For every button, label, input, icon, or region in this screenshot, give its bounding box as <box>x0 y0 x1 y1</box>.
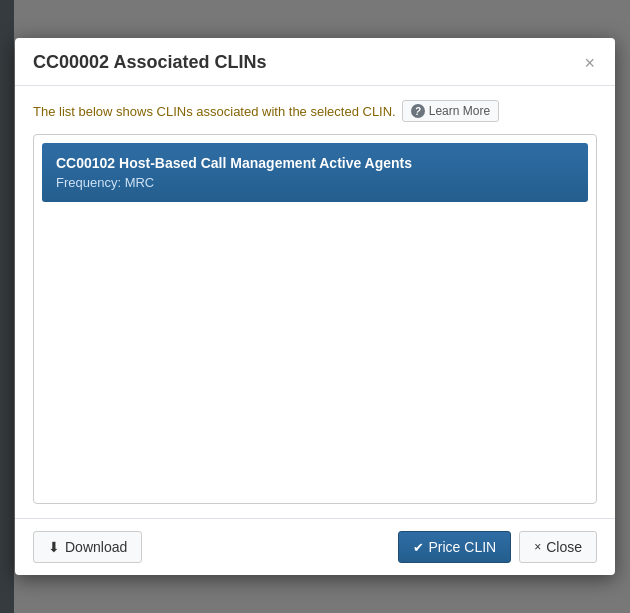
info-bar: The list below shows CLINs associated wi… <box>33 100 597 122</box>
info-text: The list below shows CLINs associated wi… <box>33 104 396 119</box>
learn-more-label: Learn More <box>429 104 490 118</box>
modal-header: CC00002 Associated CLINs × <box>15 38 615 86</box>
close-x-icon: × <box>534 540 541 554</box>
clin-item-name: CC00102 Host-Based Call Management Activ… <box>56 155 574 171</box>
learn-more-icon: ? <box>411 104 425 118</box>
learn-more-button[interactable]: ? Learn More <box>402 100 499 122</box>
modal-dialog: CC00002 Associated CLINs × The list belo… <box>15 38 615 575</box>
download-button[interactable]: ⬇ Download <box>33 531 142 563</box>
modal-body: The list below shows CLINs associated wi… <box>15 86 615 518</box>
close-button[interactable]: × Close <box>519 531 597 563</box>
footer-right-buttons: ✔ Price CLIN × Close <box>398 531 598 563</box>
check-icon: ✔ <box>413 540 424 555</box>
download-icon: ⬇ <box>48 539 60 555</box>
price-clin-label: Price CLIN <box>429 539 497 555</box>
modal-close-button[interactable]: × <box>582 54 597 72</box>
price-clin-button[interactable]: ✔ Price CLIN <box>398 531 512 563</box>
modal-title: CC00002 Associated CLINs <box>33 52 266 73</box>
clin-item-frequency: Frequency: MRC <box>56 175 574 190</box>
download-label: Download <box>65 539 127 555</box>
clin-list: CC00102 Host-Based Call Management Activ… <box>33 134 597 504</box>
modal-footer: ⬇ Download ✔ Price CLIN × Close <box>15 518 615 575</box>
clin-list-item[interactable]: CC00102 Host-Based Call Management Activ… <box>42 143 588 202</box>
close-label: Close <box>546 539 582 555</box>
